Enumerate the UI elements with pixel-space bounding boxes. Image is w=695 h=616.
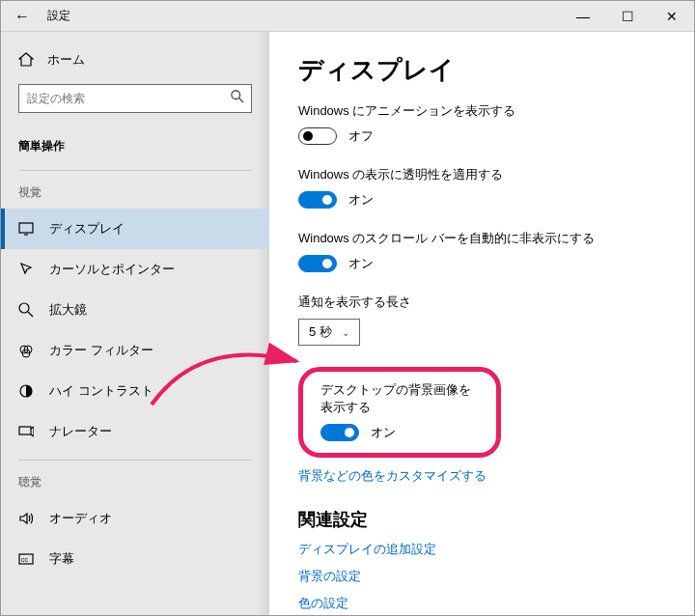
- sidebar-subgroup-vision: 視覚: [1, 175, 269, 209]
- sidebar-item-magnifier[interactable]: 拡大鏡: [1, 290, 269, 330]
- sidebar-subgroup-hearing: 聴覚: [1, 464, 269, 498]
- setting-label: Windows にアニメーションを表示する: [298, 102, 665, 120]
- svg-point-4: [19, 303, 29, 313]
- sidebar-home-label: ホーム: [47, 51, 85, 69]
- toggle-state: オフ: [348, 127, 374, 145]
- sidebar-item-audio[interactable]: オーディオ: [1, 498, 269, 539]
- search-wrap: [18, 84, 252, 113]
- svg-rect-2: [19, 223, 33, 233]
- svg-line-1: [239, 98, 243, 102]
- narrator-icon: [18, 424, 34, 439]
- sidebar-item-label: ナレーター: [49, 423, 112, 440]
- home-icon: [18, 52, 34, 68]
- sidebar-item-label: 拡大鏡: [49, 301, 87, 319]
- setting-transparency: Windows の表示に透明性を適用する オン: [298, 166, 665, 209]
- toggle-state: オン: [348, 255, 374, 272]
- sidebar-item-label: カーソルとポインター: [49, 261, 175, 278]
- divider: [18, 170, 252, 171]
- sidebar-item-narrator[interactable]: ナレーター: [1, 411, 269, 452]
- page-title: ディスプレイ: [298, 53, 665, 87]
- toggle-state: オン: [348, 191, 374, 209]
- sidebar-item-cursor[interactable]: カーソルとポインター: [1, 249, 269, 290]
- close-button[interactable]: ✕: [650, 1, 694, 31]
- display-icon: [18, 221, 34, 237]
- titlebar: ← 設定 — ☐ ✕: [1, 1, 694, 32]
- captions-icon: cc: [18, 551, 34, 567]
- sidebar-item-colorfilter[interactable]: カラー フィルター: [1, 330, 269, 371]
- colorfilter-icon: [18, 343, 34, 358]
- sidebar-item-captions[interactable]: cc 字幕: [1, 539, 269, 579]
- sidebar-group-ease: 簡単操作: [1, 128, 269, 162]
- sidebar-item-label: 字幕: [49, 550, 74, 568]
- link-background[interactable]: 背景の設定: [298, 568, 665, 585]
- magnifier-icon: [18, 302, 34, 318]
- sidebar-item-display[interactable]: ディスプレイ: [1, 209, 269, 249]
- setting-label: Windows のスクロール バーを自動的に非表示にする: [298, 230, 665, 247]
- related-settings-head: 関連設定: [298, 508, 665, 531]
- svg-text:cc: cc: [21, 556, 29, 563]
- back-button[interactable]: ←: [1, 8, 43, 25]
- toggle-animations[interactable]: [298, 127, 337, 145]
- duration-select[interactable]: 5 秒 ⌄: [298, 319, 360, 346]
- setting-label: Windows の表示に透明性を適用する: [298, 166, 665, 183]
- toggle-transparency[interactable]: [298, 191, 337, 209]
- svg-rect-10: [19, 427, 31, 434]
- sidebar-item-label: ディスプレイ: [49, 220, 125, 238]
- sidebar-item-label: ハイ コントラスト: [49, 382, 153, 400]
- sidebar-item-label: オーディオ: [49, 510, 112, 527]
- svg-line-5: [28, 312, 33, 317]
- toggle-desktop-bg[interactable]: [320, 424, 359, 441]
- link-customize-colors[interactable]: 背景などの色をカスタマイズする: [298, 467, 665, 485]
- setting-scrollbars: Windows のスクロール バーを自動的に非表示にする オン: [298, 230, 665, 272]
- search-icon: [231, 90, 244, 106]
- cursor-icon: [18, 262, 34, 277]
- window-title: 設定: [43, 8, 561, 24]
- setting-label: デスクトップの背景画像を表示する: [320, 381, 479, 416]
- setting-notification-duration: 通知を表示する長さ 5 秒 ⌄: [298, 294, 665, 346]
- minimize-button[interactable]: —: [561, 1, 605, 31]
- divider: [18, 460, 252, 461]
- contrast-icon: [18, 383, 34, 399]
- chevron-down-icon: ⌄: [342, 327, 349, 338]
- sidebar-item-highcontrast[interactable]: ハイ コントラスト: [1, 371, 269, 411]
- sidebar-item-label: カラー フィルター: [49, 342, 153, 359]
- select-value: 5 秒: [309, 323, 332, 341]
- toggle-scrollbars[interactable]: [298, 255, 337, 272]
- setting-animations: Windows にアニメーションを表示する オフ: [298, 102, 665, 145]
- link-display-extra[interactable]: ディスプレイの追加設定: [298, 541, 665, 558]
- link-color[interactable]: 色の設定: [298, 595, 665, 612]
- maximize-button[interactable]: ☐: [605, 1, 650, 31]
- svg-point-0: [232, 91, 240, 99]
- main-content: ディスプレイ Windows にアニメーションを表示する オフ Windows …: [269, 32, 694, 615]
- callout-highlight: デスクトップの背景画像を表示する オン: [298, 367, 501, 458]
- audio-icon: [18, 511, 34, 526]
- search-input[interactable]: [18, 84, 252, 113]
- setting-label: 通知を表示する長さ: [298, 294, 665, 311]
- sidebar-home[interactable]: ホーム: [1, 42, 269, 78]
- sidebar: ホーム 簡単操作 視覚 ディスプレイ カーソルとポインター 拡大鏡 カラー フィ…: [1, 32, 269, 615]
- toggle-state: オン: [371, 424, 396, 441]
